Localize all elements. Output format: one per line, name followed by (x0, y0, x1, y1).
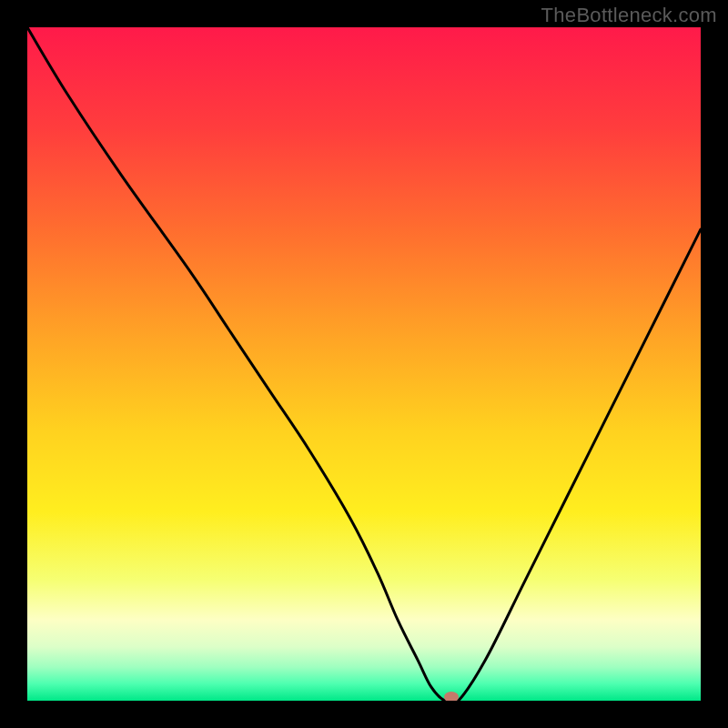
bottleneck-curve (27, 27, 701, 701)
curve-layer (27, 27, 701, 701)
watermark-text: TheBottleneck.com (541, 4, 717, 27)
optimal-marker (444, 692, 459, 701)
plot-area (27, 27, 701, 701)
